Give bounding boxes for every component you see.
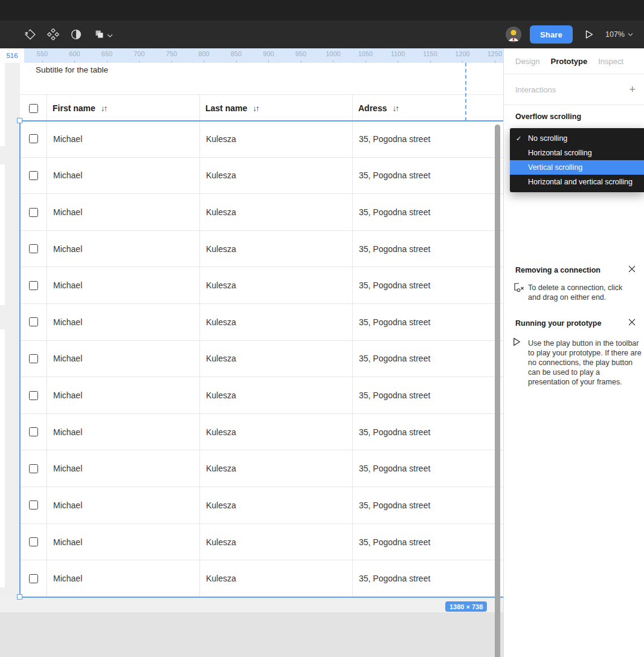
table-scrollbar[interactable]: [495, 125, 500, 657]
cell-address: 35, Pogodna street: [352, 194, 503, 230]
row-checkbox[interactable]: [29, 317, 38, 326]
dropdown-option[interactable]: Vertical scrolling: [510, 160, 644, 175]
table-row: MichaelKulesza35, Pogodna street: [20, 414, 503, 451]
ruler-tick-label: 550: [30, 50, 54, 57]
row-checkbox-cell: [20, 231, 47, 267]
dropdown-option-label: Horizontal scrolling: [528, 149, 592, 157]
row-checkbox-cell: [20, 267, 47, 303]
table-row: MichaelKulesza35, Pogodna street: [20, 231, 503, 268]
row-checkbox[interactable]: [29, 537, 38, 546]
ruler-tick-label: 1150: [418, 50, 442, 57]
cell-first-name: Michael: [47, 450, 199, 487]
dropdown-option[interactable]: Horizontal and vertical scrolling: [510, 175, 644, 189]
cell-first-name: Michael: [47, 121, 199, 157]
zoom-level-control[interactable]: 107%: [605, 30, 636, 39]
header-label: Last name: [205, 103, 247, 113]
play-icon[interactable]: [581, 21, 597, 48]
cell-address: 35, Pogodna street: [352, 450, 503, 487]
cell-last-name: Kulesza: [199, 304, 352, 340]
canvas[interactable]: Subtitle for the table First name ↓↑ Las…: [0, 63, 503, 657]
cell-first-name: Michael: [47, 377, 199, 413]
cell-last-name: Kulesza: [199, 414, 352, 450]
cell-first-name: Michael: [47, 487, 199, 523]
table-row: MichaelKulesza35, Pogodna street: [20, 267, 503, 304]
cell-last-name: Kulesza: [199, 524, 352, 560]
sort-icon[interactable]: ↓↑: [253, 104, 259, 113]
row-checkbox-cell: [20, 341, 47, 377]
table-row: MichaelKulesza35, Pogodna street: [20, 524, 503, 561]
ruler-tick-label: 1000: [321, 50, 345, 57]
removing-connection-body: To delete a connection, click and drag o…: [528, 283, 637, 302]
table-body: MichaelKulesza35, Pogodna streetMichaelK…: [20, 121, 503, 597]
selection-border-top: [20, 120, 503, 121]
row-checkbox[interactable]: [29, 208, 38, 217]
close-icon[interactable]: [628, 265, 636, 273]
table-row: MichaelKulesza35, Pogodna street: [20, 194, 503, 231]
selection-handle-top-left[interactable]: [17, 118, 22, 123]
cell-first-name: Michael: [47, 341, 199, 377]
sort-icon[interactable]: ↓↑: [392, 104, 398, 113]
header-checkbox[interactable]: [29, 104, 38, 113]
dropdown-option[interactable]: ✓No scrolling: [510, 131, 644, 146]
row-checkbox[interactable]: [29, 134, 38, 143]
cell-address: 35, Pogodna street: [352, 121, 503, 157]
row-checkbox[interactable]: [29, 244, 38, 253]
share-button[interactable]: Share: [530, 25, 573, 44]
interactions-section: Interactions +: [504, 74, 644, 105]
avatar[interactable]: [506, 27, 521, 42]
row-checkbox[interactable]: [29, 427, 38, 436]
table-header-row: First name ↓↑ Last name ↓↑ Adress ↓↑: [20, 94, 503, 121]
ruler-tick-label: 1050: [353, 50, 378, 57]
cell-last-name: Kulesza: [199, 194, 352, 230]
dropdown-option-label: Vertical scrolling: [528, 163, 582, 172]
ruler-tick-label: 850: [224, 50, 248, 57]
gutter-notch: [0, 146, 5, 164]
play-hint-icon: [513, 337, 521, 349]
check-icon: ✓: [510, 135, 528, 143]
dropdown-option[interactable]: Horizontal scrolling: [510, 146, 644, 160]
row-checkbox-cell: [20, 304, 47, 340]
cell-last-name: Kulesza: [199, 121, 352, 157]
tab-inspect[interactable]: Inspect: [598, 57, 623, 66]
design-frame[interactable]: Subtitle for the table First name ↓↑ Las…: [20, 63, 503, 612]
ruler-tick-label: 600: [62, 50, 86, 57]
close-icon[interactable]: [628, 318, 636, 326]
cell-first-name: Michael: [47, 231, 199, 267]
tab-prototype[interactable]: Prototype: [550, 57, 587, 66]
chevron-down-icon[interactable]: [107, 29, 113, 40]
header-label: First name: [53, 103, 95, 113]
header-label: Adress: [358, 103, 387, 113]
ruler-tick-label: 1100: [385, 50, 410, 57]
selection-handle-bottom-left[interactable]: [17, 594, 22, 600]
selection-size-badge: 1380 × 738: [445, 601, 487, 612]
cell-address: 35, Pogodna street: [352, 487, 503, 523]
sort-icon[interactable]: ↓↑: [101, 104, 107, 113]
table-row: MichaelKulesza35, Pogodna street: [20, 304, 503, 341]
cell-last-name: Kulesza: [199, 158, 352, 194]
cell-address: 35, Pogodna street: [352, 341, 503, 377]
running-prototype-body: Use the play button in the toolbar to pl…: [528, 338, 643, 387]
row-checkbox[interactable]: [29, 281, 38, 290]
overflow-scrolling-label: Overflow scrolling: [515, 112, 644, 121]
row-checkbox[interactable]: [29, 391, 38, 400]
table-row: MichaelKulesza35, Pogodna street: [20, 341, 503, 378]
selection-border-left: [19, 120, 21, 598]
row-checkbox[interactable]: [29, 464, 38, 473]
row-checkbox-cell: [20, 450, 47, 487]
cell-address: 35, Pogodna street: [352, 560, 503, 597]
dropdown-option-label: No scrolling: [528, 134, 567, 143]
mask-icon[interactable]: [65, 21, 88, 48]
cell-last-name: Kulesza: [199, 377, 352, 413]
return-icon[interactable]: [19, 21, 42, 48]
row-checkbox[interactable]: [29, 574, 38, 583]
row-checkbox[interactable]: [29, 500, 38, 510]
add-interaction-button[interactable]: +: [629, 84, 636, 95]
toolbar: Share 107%: [0, 21, 644, 48]
row-checkbox[interactable]: [29, 171, 38, 180]
tab-design[interactable]: Design: [515, 57, 539, 66]
row-checkbox[interactable]: [29, 354, 38, 363]
row-checkbox-cell: [20, 377, 47, 413]
row-checkbox-cell: [20, 524, 47, 560]
components-icon[interactable]: [42, 21, 65, 48]
table-row: MichaelKulesza35, Pogodna street: [20, 377, 503, 414]
